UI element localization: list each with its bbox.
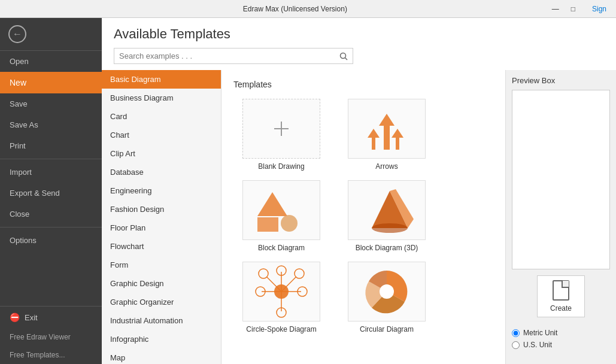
sidebar-item-options[interactable]: Options: [0, 230, 102, 251]
us-unit-radio[interactable]: [512, 341, 520, 349]
sidebar-item-print[interactable]: Print: [0, 135, 102, 156]
blank-drawing-icon: [269, 117, 293, 141]
back-arrow-icon: ←: [13, 29, 22, 40]
app-body: ← Open New Save Save As Print Import Exp…: [0, 18, 616, 364]
unit-radio-group: Metric Unit U.S. Unit: [512, 327, 610, 351]
search-icon: [339, 52, 348, 60]
us-unit-label: U.S. Unit: [523, 341, 552, 349]
back-button[interactable]: ←: [0, 18, 102, 51]
category-item-infographic[interactable]: Infographic: [102, 330, 221, 348]
create-label: Create: [550, 304, 572, 313]
sidebar-item-exit[interactable]: ⛔ Exit: [0, 307, 102, 328]
preview-title: Preview Box: [512, 76, 610, 85]
block-diagram-3d-icon: [360, 186, 414, 234]
preview-box: [512, 90, 610, 269]
circular-diagram-icon: [360, 265, 414, 318]
category-item-graphic-organizer[interactable]: Graphic Organizer: [102, 293, 221, 311]
sidebar-item-export[interactable]: Export & Send: [0, 183, 102, 204]
svg-marker-7: [257, 192, 287, 216]
template-thumb-block: [242, 180, 320, 240]
category-item-floor-plan[interactable]: Floor Plan: [102, 219, 221, 237]
template-arrows[interactable]: Arrows: [339, 99, 435, 171]
arrows-icon: [366, 105, 408, 153]
main-header: Available Templates: [102, 18, 616, 70]
sidebar-item-import[interactable]: Import: [0, 162, 102, 183]
svg-point-0: [341, 53, 346, 58]
create-button[interactable]: Create: [537, 275, 585, 317]
svg-line-22: [266, 277, 281, 292]
svg-point-23: [259, 269, 268, 278]
templates-label: Templates: [227, 76, 499, 95]
sidebar-item-save[interactable]: Save: [0, 93, 102, 114]
templates-grid: Blank Drawing: [227, 95, 499, 337]
templates-area: Templates Blank Drawing: [221, 70, 505, 364]
search-input[interactable]: [114, 48, 335, 63]
svg-point-25: [295, 269, 304, 278]
category-item-industrial-automation[interactable]: Industrial Automation: [102, 311, 221, 330]
sidebar-item-free-viewer[interactable]: Free Edraw Viewer: [0, 328, 102, 346]
metric-unit-radio[interactable]: [512, 329, 520, 337]
exit-icon: ⛔: [10, 313, 20, 322]
create-area: Create: [512, 269, 610, 323]
metric-unit-label: Metric Unit: [523, 329, 557, 337]
search-button[interactable]: [335, 49, 353, 63]
category-item-chart[interactable]: Chart: [102, 126, 221, 144]
template-name-arrows: Arrows: [375, 162, 397, 171]
template-block3d[interactable]: Block Diagram (3D): [339, 180, 435, 252]
category-item-map[interactable]: Map: [102, 348, 221, 364]
template-thumb-block3d: [348, 180, 426, 240]
sidebar: ← Open New Save Save As Print Import Exp…: [0, 18, 102, 364]
svg-point-12: [372, 223, 408, 233]
svg-point-26: [380, 284, 394, 299]
sign-button[interactable]: Sign: [588, 4, 610, 14]
category-item-database[interactable]: Database: [102, 163, 221, 181]
sidebar-item-close[interactable]: Close: [0, 204, 102, 225]
template-name-block3d: Block Diagram (3D): [356, 244, 418, 252]
category-item-form[interactable]: Form: [102, 256, 221, 274]
app-title: Edraw Max (Unlicensed Version): [42, 5, 548, 13]
sidebar-bottom: ⛔ Exit Free Edraw Viewer Free Templates.…: [0, 306, 102, 364]
back-circle-icon: ←: [8, 25, 26, 43]
main-area: Available Templates Basic DiagramBusines…: [102, 18, 616, 364]
template-thumb-circular: [348, 262, 426, 321]
us-unit-option[interactable]: U.S. Unit: [512, 339, 610, 351]
category-list: Basic DiagramBusiness DiagramCardChartCl…: [102, 70, 221, 364]
template-thumb-circlespoke: [242, 262, 320, 321]
template-name-block: Block Diagram: [258, 244, 305, 252]
svg-marker-6: [392, 129, 403, 150]
category-item-flowchart[interactable]: Flowchart: [102, 237, 221, 256]
metric-unit-option[interactable]: Metric Unit: [512, 327, 610, 339]
sidebar-item-free-templates[interactable]: Free Templates...: [0, 346, 102, 364]
circle-spoke-icon: [254, 265, 308, 318]
svg-line-24: [281, 277, 296, 292]
content-area: Basic DiagramBusiness DiagramCardChartCl…: [102, 70, 616, 364]
sidebar-item-open[interactable]: Open: [0, 51, 102, 72]
minimize-button[interactable]: —: [548, 4, 563, 14]
category-item-engineering[interactable]: Engineering: [102, 181, 221, 200]
search-bar: [114, 48, 353, 64]
category-item-basic-diagram[interactable]: Basic Diagram: [102, 70, 221, 89]
template-block[interactable]: Block Diagram: [233, 180, 329, 252]
maximize-button[interactable]: □: [568, 4, 579, 14]
sidebar-divider-2: [0, 227, 102, 228]
category-item-card[interactable]: Card: [102, 107, 221, 126]
window-controls: — □ Sign: [548, 4, 610, 14]
exit-label: Exit: [25, 313, 38, 322]
template-thumb-arrows: [348, 99, 426, 159]
template-circlespoke[interactable]: Circle-Spoke Diagram: [233, 262, 329, 333]
category-item-clip-art[interactable]: Clip Art: [102, 144, 221, 163]
category-item-business-diagram[interactable]: Business Diagram: [102, 89, 221, 107]
sidebar-divider-1: [0, 159, 102, 159]
preview-panel: Preview Box Create Metric Unit U.S: [505, 70, 616, 364]
category-item-graphic-design[interactable]: Graphic Design: [102, 274, 221, 293]
category-item-fashion-design[interactable]: Fashion Design: [102, 200, 221, 219]
title-bar: Edraw Max (Unlicensed Version) — □ Sign: [0, 0, 616, 18]
template-name-blank: Blank Drawing: [258, 162, 304, 171]
sidebar-item-saveas[interactable]: Save As: [0, 114, 102, 135]
template-blank[interactable]: Blank Drawing: [233, 99, 329, 171]
sidebar-item-new[interactable]: New: [0, 72, 102, 93]
svg-line-1: [345, 57, 348, 60]
block-diagram-icon: [254, 186, 308, 234]
page-title: Available Templates: [114, 26, 604, 42]
template-circular[interactable]: Circular Diagram: [339, 262, 435, 333]
